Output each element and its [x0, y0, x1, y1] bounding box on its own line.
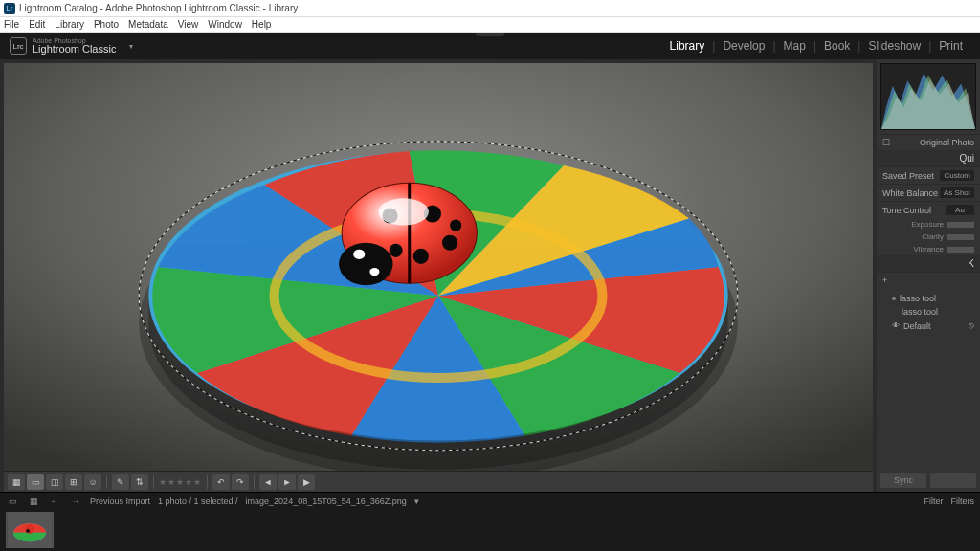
go-forward-button[interactable]: →	[69, 495, 82, 508]
menu-view[interactable]: View	[178, 19, 199, 30]
svg-point-17	[378, 198, 428, 225]
keyword-add[interactable]: +	[877, 272, 980, 288]
quick-develop-header[interactable]: Qui	[877, 150, 980, 166]
selection-count: 1 photo / 1 selected /	[158, 496, 238, 506]
loupe-toolbar: ▦ ▭ ◫ ⊞ ☺ ✎ ⇅ ★★★★★ ↶ ↷ ◄ ► ▶	[4, 471, 873, 492]
app-chrome: Lrc Adobe Photoshop Lightroom Classic ▼ …	[0, 33, 980, 551]
app-icon: Lr	[4, 3, 15, 14]
sync-settings-button[interactable]	[930, 473, 976, 488]
tree-default[interactable]: 👁Default⦸	[882, 319, 974, 333]
keyword-tree: lasso tool lasso tool 👁Default⦸	[877, 288, 980, 337]
vibrance-slider[interactable]: Vibrance	[877, 243, 980, 255]
histogram[interactable]	[880, 63, 976, 130]
white-balance-row[interactable]: White Balance As Shot	[877, 184, 980, 201]
loupe-image[interactable]	[4, 63, 873, 471]
svg-point-14	[413, 249, 429, 264]
identity-plate-dropdown-icon[interactable]: ▼	[127, 43, 134, 50]
menu-file[interactable]: File	[4, 19, 19, 30]
menu-metadata[interactable]: Metadata	[128, 19, 168, 30]
menu-photo[interactable]: Photo	[94, 19, 119, 30]
svg-point-8	[339, 243, 392, 285]
main-row: ▦ ▭ ◫ ⊞ ☺ ✎ ⇅ ★★★★★ ↶ ↷ ◄ ► ▶	[0, 59, 980, 492]
lightroom-icon: Lrc	[10, 37, 27, 55]
exposure-slider[interactable]: Exposure	[877, 218, 980, 231]
right-panel: ☐Original Photo Qui Saved Preset Custom …	[877, 59, 980, 492]
svg-point-10	[369, 268, 379, 276]
clarity-slider[interactable]: Clarity	[877, 231, 980, 243]
module-slideshow[interactable]: Slideshow	[868, 39, 931, 53]
original-photo-toggle[interactable]: ☐Original Photo	[877, 134, 980, 150]
panel-collapse-notch[interactable]	[476, 33, 504, 36]
painter-tool-button[interactable]: ✎	[112, 474, 129, 490]
loupe-view-button[interactable]: ▭	[27, 474, 44, 490]
brand[interactable]: Lrc Adobe Photoshop Lightroom Classic ▼	[10, 37, 134, 55]
module-map[interactable]: Map	[784, 39, 816, 53]
source-label[interactable]: Previous Import	[90, 496, 150, 506]
current-filename[interactable]: image_2024_08_15T05_54_16_366Z.png	[246, 496, 407, 506]
nav-prev-button[interactable]: ◄	[259, 474, 277, 490]
svg-point-21	[26, 529, 30, 533]
menu-help[interactable]: Help	[252, 19, 272, 30]
svg-point-16	[450, 220, 461, 231]
sync-row: Sync	[877, 469, 980, 492]
filmstrip[interactable]	[0, 509, 980, 551]
second-window-button[interactable]: ▭	[6, 495, 19, 508]
filmstrip-status-bar: ▭ ▦ ← → Previous Import 1 photo / 1 sele…	[0, 492, 980, 509]
filters-label[interactable]: Filters	[951, 496, 975, 506]
module-book[interactable]: Book	[824, 39, 860, 53]
module-picker: Library Develop Map Book Slideshow Print	[670, 39, 970, 53]
people-view-button[interactable]: ☺	[84, 474, 101, 490]
menu-edit[interactable]: Edit	[29, 19, 45, 30]
photo-content	[4, 63, 873, 471]
rotate-ccw-button[interactable]: ↶	[212, 474, 230, 490]
filter-label[interactable]: Filter	[924, 496, 944, 506]
window-title-bar: Lr Lightroom Catalog - Adobe Photoshop L…	[0, 0, 980, 17]
tree-item[interactable]: lasso tool	[882, 305, 974, 319]
go-back-button[interactable]: ←	[48, 495, 61, 508]
module-library[interactable]: Library	[670, 39, 716, 53]
svg-point-13	[442, 235, 457, 251]
grid-toggle-button[interactable]: ▦	[27, 495, 40, 508]
image-viewport: ▦ ▭ ◫ ⊞ ☺ ✎ ⇅ ★★★★★ ↶ ↷ ◄ ► ▶	[0, 59, 877, 492]
svg-point-20	[25, 524, 33, 533]
survey-view-button[interactable]: ⊞	[65, 474, 82, 490]
sort-button[interactable]: ⇅	[131, 474, 148, 490]
sync-button[interactable]: Sync	[880, 473, 926, 488]
rotate-cw-button[interactable]: ↷	[232, 474, 249, 490]
module-print[interactable]: Print	[939, 39, 970, 53]
svg-point-9	[353, 250, 365, 259]
tree-item[interactable]: lasso tool	[882, 292, 974, 305]
window-title: Lightroom Catalog - Adobe Photoshop Ligh…	[19, 3, 298, 13]
filename-dropdown-icon[interactable]: ▾	[414, 496, 419, 506]
os-menu-bar: File Edit Library Photo Metadata View Wi…	[0, 17, 980, 33]
tone-control-row[interactable]: Tone Control Au	[877, 201, 980, 218]
svg-point-15	[390, 244, 403, 257]
brand-big: Lightroom Classic	[33, 44, 116, 55]
keyword-header[interactable]: K	[877, 255, 980, 272]
menu-library[interactable]: Library	[55, 19, 84, 30]
compare-view-button[interactable]: ◫	[46, 474, 63, 490]
nav-next-button[interactable]: ►	[278, 474, 296, 490]
module-develop[interactable]: Develop	[723, 39, 775, 53]
rating-stars[interactable]: ★★★★★	[159, 477, 202, 487]
menu-window[interactable]: Window	[208, 19, 242, 30]
slideshow-play-button[interactable]: ▶	[298, 474, 315, 490]
filmstrip-thumbnail[interactable]	[6, 512, 54, 548]
saved-preset-row[interactable]: Saved Preset Custom	[877, 166, 980, 184]
grid-view-button[interactable]: ▦	[8, 474, 25, 490]
module-bar: Lrc Adobe Photoshop Lightroom Classic ▼ …	[0, 33, 980, 59]
